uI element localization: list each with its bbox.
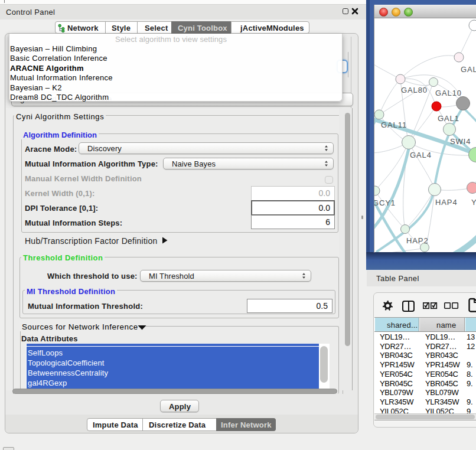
svg-text:GCY1: GCY1	[374, 198, 396, 207]
svg-text:Y: Y	[471, 198, 476, 207]
svg-text:SWI4: SWI4	[450, 137, 471, 146]
svg-text:GAL80: GAL80	[401, 86, 428, 94]
svg-text:GAL11: GAL11	[381, 120, 407, 129]
svg-text:GAL10: GAL10	[435, 89, 462, 97]
svg-text:GAL: GAL	[461, 65, 476, 74]
svg-text:HAP2: HAP2	[406, 236, 429, 245]
svg-text:GAL1: GAL1	[438, 114, 459, 123]
svg-text:HAP4: HAP4	[435, 198, 458, 207]
svg-text:GAL4: GAL4	[410, 151, 432, 159]
